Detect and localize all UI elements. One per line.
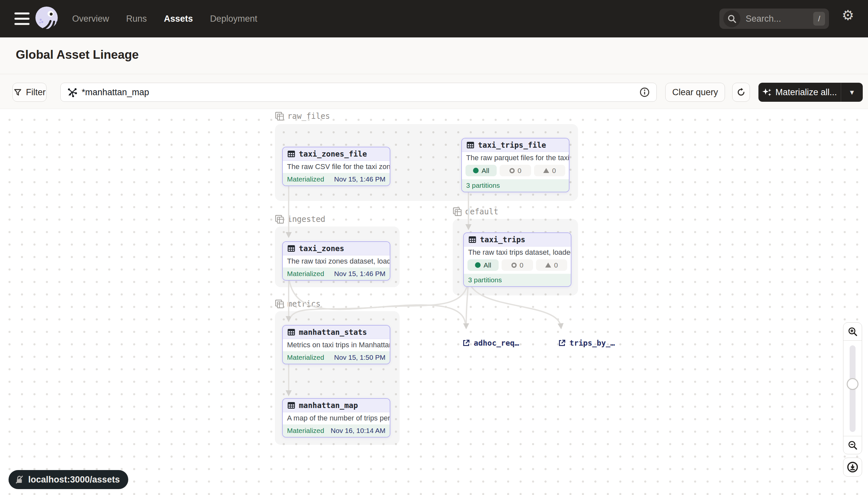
materialized-status: Materialized (287, 427, 324, 434)
refresh-icon (737, 88, 746, 97)
clear-query-button[interactable]: Clear query (665, 83, 725, 102)
zoom-control (843, 322, 862, 454)
materialize-all-button-group: Materialize all... ▾ (758, 83, 863, 102)
url-text: localhost:3000/assets (28, 475, 120, 485)
external-asset-adhoc-request[interactable]: adhoc_req… (462, 339, 519, 347)
group-label-ingested[interactable]: ingested (275, 215, 325, 224)
browser-url-pill: localhost:3000/assets (8, 470, 128, 489)
lock-slash-icon (14, 475, 24, 484)
nav-links: Overview Runs Assets Deployment (72, 0, 257, 37)
download-image-button[interactable] (843, 458, 862, 477)
asset-description: A map of the number of trips per taxi z.… (283, 412, 390, 424)
info-icon[interactable] (639, 87, 650, 98)
nav-deployment[interactable]: Deployment (210, 14, 257, 24)
partition-badge-missing[interactable]: 0 (500, 165, 531, 176)
asset-node-taxi-trips-file[interactable]: taxi_trips_file The raw parquet files fo… (461, 138, 569, 192)
external-asset-trips-by-week[interactable]: trips_by_… (558, 339, 615, 347)
table-icon (468, 235, 477, 244)
nav-overview[interactable]: Overview (72, 14, 109, 24)
zoom-in-button[interactable] (844, 323, 862, 340)
top-nav: Overview Runs Assets Deployment Search..… (0, 0, 868, 37)
funnel-icon (14, 88, 22, 97)
table-icon (466, 141, 475, 149)
asset-graph-icon (67, 87, 77, 97)
asset-description: Metrics on taxi trips in Manhattan (283, 339, 390, 351)
asset-selection-input[interactable]: *manhattan_map (60, 83, 657, 102)
table-icon (287, 150, 296, 158)
materialize-dropdown-caret[interactable]: ▾ (841, 83, 863, 102)
materialized-timestamp: Nov 15, 1:50 PM (334, 354, 386, 361)
ring-icon (510, 168, 515, 173)
success-dot-icon (473, 168, 479, 173)
group-icon (453, 207, 462, 216)
asset-node-taxi-zones-file[interactable]: taxi_zones_file The raw CSV file for the… (282, 147, 390, 186)
zoom-out-button[interactable] (844, 436, 862, 454)
success-dot-icon (475, 262, 481, 268)
asset-node-taxi-trips[interactable]: taxi_trips The raw taxi trips dataset, l… (463, 233, 571, 287)
group-icon (275, 215, 284, 224)
asset-description: The raw taxi trips dataset, loaded into … (464, 246, 571, 259)
materialized-timestamp: Nov 15, 1:46 PM (334, 270, 386, 278)
triangle-icon (543, 168, 549, 173)
search-shortcut-key: / (813, 12, 825, 25)
external-link-icon (462, 339, 471, 347)
nav-runs[interactable]: Runs (126, 14, 147, 24)
menu-icon[interactable] (14, 13, 30, 25)
asset-description: The raw CSV file for the taxi zones dat.… (283, 161, 390, 173)
global-search-input[interactable]: Search... / (720, 8, 829, 29)
download-icon (847, 461, 858, 473)
group-label-metrics[interactable]: metrics (275, 300, 320, 309)
lineage-toolbar: Filter *manhattan_map Clear query Materi… (0, 74, 868, 109)
materialized-status: Materialized (287, 175, 324, 183)
page-title: Global Asset Lineage (16, 48, 139, 62)
asset-description: The raw taxi zones dataset, loaded int..… (283, 255, 390, 268)
page-header: Global Asset Lineage Reload definitions (0, 37, 868, 74)
asset-title: manhattan_map (299, 401, 358, 410)
materialize-all-button[interactable]: Materialize all... (758, 83, 841, 102)
dagster-logo[interactable] (33, 5, 60, 32)
asset-node-manhattan-map[interactable]: manhattan_map A map of the number of tri… (282, 398, 390, 438)
partitions-count: 3 partitions (464, 274, 571, 286)
table-icon (287, 328, 296, 337)
search-icon (723, 10, 740, 27)
nav-assets[interactable]: Assets (164, 14, 193, 24)
materialized-status: Materialized (287, 354, 324, 361)
partition-badge-all[interactable]: All (465, 165, 497, 176)
zoom-in-icon (847, 326, 858, 337)
partition-badge-failed[interactable]: 0 (536, 259, 567, 271)
table-icon (287, 244, 296, 253)
asset-node-taxi-zones[interactable]: taxi_zones The raw taxi zones dataset, l… (282, 241, 390, 281)
zoom-slider[interactable] (844, 340, 862, 436)
group-label-raw-files[interactable]: raw_files (275, 112, 330, 121)
group-label-default[interactable]: default (453, 207, 498, 216)
settings-gear-icon[interactable]: ⚙ (842, 7, 854, 23)
ring-icon (511, 262, 517, 268)
zoom-out-icon (847, 440, 858, 450)
asset-title: taxi_zones (299, 244, 344, 253)
triangle-icon (545, 262, 551, 268)
table-icon (287, 401, 296, 410)
filter-button[interactable]: Filter (13, 83, 47, 102)
external-link-icon (558, 339, 566, 347)
asset-title: taxi_trips (480, 235, 525, 244)
asset-title: manhattan_stats (299, 328, 367, 337)
asset-description: The raw parquet files for the taxi trips… (462, 152, 569, 164)
asset-node-manhattan-stats[interactable]: manhattan_stats Metrics on taxi trips in… (282, 325, 390, 364)
partition-badge-failed[interactable]: 0 (534, 165, 565, 176)
sparkle-icon (762, 88, 772, 97)
group-icon (275, 112, 284, 121)
zoom-slider-thumb[interactable] (847, 378, 858, 390)
asset-title: taxi_zones_file (299, 150, 367, 158)
materialized-timestamp: Nov 15, 1:46 PM (334, 175, 386, 183)
group-icon (275, 300, 284, 309)
materialized-timestamp: Nov 16, 10:14 AM (331, 427, 386, 434)
materialized-status: Materialized (287, 270, 324, 278)
search-placeholder: Search... (746, 14, 813, 24)
partitions-count: 3 partitions (462, 179, 569, 192)
asset-title: taxi_trips_file (478, 141, 546, 149)
partition-badge-all[interactable]: All (467, 259, 499, 271)
asset-selection-value: *manhattan_map (82, 87, 639, 98)
partition-badge-missing[interactable]: 0 (501, 259, 533, 271)
refresh-query-button[interactable] (732, 83, 750, 102)
